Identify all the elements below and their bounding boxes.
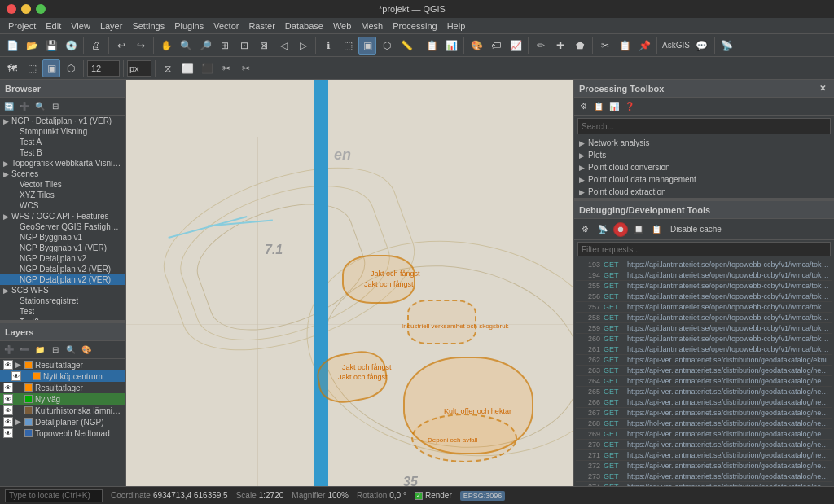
request-item-7[interactable]: 260GEThttps://api.lantmateriet.se/open/t… bbox=[576, 334, 832, 344]
layer-item-5[interactable]: 👁▶Detaljplaner (NGP) bbox=[0, 416, 125, 427]
crs-badge[interactable]: EPSG:3096 bbox=[460, 491, 506, 501]
browser-tree-item-13[interactable]: NGP Detaljplan v2 bbox=[0, 253, 125, 264]
processing-settings-icon[interactable]: ⚙ bbox=[576, 99, 590, 114]
stats-icon[interactable]: 📊 bbox=[442, 37, 460, 55]
request-item-2[interactable]: 255GEThttps://api.lantmateriet.se/open/t… bbox=[576, 281, 832, 291]
paste-icon[interactable]: 📌 bbox=[635, 37, 653, 55]
diagram-icon[interactable]: 📈 bbox=[507, 37, 525, 55]
menu-item-raster[interactable]: Raster bbox=[244, 18, 279, 33]
browser-tree-item-15[interactable]: NGP Detaljplan v2 (VER) bbox=[0, 274, 125, 285]
browser-tree-item-12[interactable]: NGP Byggnab v1 (VER) bbox=[0, 243, 125, 253]
browser-tree-item-17[interactable]: Stationsregistret bbox=[0, 296, 125, 306]
browser-tree-item-8[interactable]: WCS bbox=[0, 200, 125, 211]
map-nav-icon[interactable]: 🗺 bbox=[3, 59, 21, 77]
browser-refresh-icon[interactable]: 🔄 bbox=[2, 99, 16, 114]
browser-tree-item-18[interactable]: Test bbox=[0, 306, 125, 317]
layer-visibility-3[interactable]: 👁 bbox=[3, 394, 13, 404]
render-checkbox[interactable]: ✓ bbox=[415, 492, 423, 500]
request-item-17[interactable]: 270GEThttps://api-ver.lantmateriet.se/di… bbox=[576, 440, 832, 450]
map-zoom-input[interactable]: 12 bbox=[87, 60, 120, 77]
cut-icon[interactable]: ✂ bbox=[596, 37, 614, 55]
layer-visibility-1[interactable]: 👁 bbox=[11, 371, 21, 381]
menu-item-database[interactable]: Database bbox=[280, 18, 328, 33]
close-button[interactable] bbox=[7, 4, 16, 14]
select-feature-icon[interactable]: ⬚ bbox=[23, 59, 41, 77]
menu-item-help[interactable]: Help bbox=[442, 18, 471, 33]
debug-clear-icon[interactable]: 🔲 bbox=[631, 222, 646, 237]
request-item-19[interactable]: 272GEThttps://api-ver.lantmateriet.se/di… bbox=[576, 461, 832, 471]
layer-item-6[interactable]: 👁 Topowebb Nedtonad bbox=[0, 427, 125, 439]
edit-icon[interactable]: ✏ bbox=[532, 37, 550, 55]
menu-item-view[interactable]: View bbox=[66, 18, 95, 33]
pan-select-icon[interactable]: ✂ bbox=[217, 59, 235, 77]
locate-input[interactable] bbox=[5, 489, 103, 502]
layer-theme-icon[interactable]: 🎨 bbox=[79, 343, 94, 357]
debug-filter-input[interactable] bbox=[577, 242, 831, 256]
deselect-icon[interactable]: ⬜ bbox=[178, 59, 196, 77]
zoom-next-icon[interactable]: ▷ bbox=[294, 37, 312, 55]
layer-item-2[interactable]: 👁 Resultatlager bbox=[0, 382, 125, 393]
request-item-18[interactable]: 271GEThttps://api-ver.lantmateriet.se/di… bbox=[576, 450, 832, 461]
request-item-21[interactable]: 274GEThttps://api-ver.lantmateriet.se/di… bbox=[576, 482, 832, 486]
status-locate[interactable] bbox=[5, 489, 103, 502]
request-item-5[interactable]: 258GEThttps://api.lantmateriet.se/open/t… bbox=[576, 313, 832, 323]
layer-item-4[interactable]: 👁 Kulturhistoriska lämningar bbox=[0, 405, 125, 416]
browser-tree-item-5[interactable]: ▶Scenes bbox=[0, 169, 125, 179]
save-project-icon[interactable]: 💾 bbox=[42, 37, 60, 55]
debug-settings-icon[interactable]: ⚙ bbox=[577, 222, 592, 237]
browser-tree-item-1[interactable]: Stompunkt Visning bbox=[0, 126, 125, 137]
label-icon[interactable]: 🏷 bbox=[487, 37, 505, 55]
browser-tree-item-6[interactable]: Vector Tiles bbox=[0, 179, 125, 190]
pan-icon[interactable]: ✋ bbox=[157, 37, 175, 55]
browser-filter-icon[interactable]: 🔍 bbox=[33, 99, 47, 114]
status-crs[interactable]: EPSG:3096 bbox=[460, 491, 506, 501]
layer-group-icon[interactable]: 📁 bbox=[33, 343, 47, 357]
layer-add-icon[interactable]: ➕ bbox=[2, 343, 16, 357]
processing-group-0[interactable]: ▶ Network analysis bbox=[574, 137, 834, 149]
zoom-full-icon[interactable]: ⊞ bbox=[216, 37, 234, 55]
menu-item-processing[interactable]: Processing bbox=[388, 18, 441, 33]
processing-group-3[interactable]: ▶ Point cloud data management bbox=[574, 173, 834, 186]
request-item-1[interactable]: 194GEThttps://api.lantmateriet.se/open/t… bbox=[576, 270, 832, 281]
print-icon[interactable]: 🖨 bbox=[87, 37, 105, 55]
menu-item-web[interactable]: Web bbox=[328, 18, 356, 33]
debug-network-icon[interactable]: 📡 bbox=[595, 222, 610, 237]
zoom-in-icon[interactable]: 🔍 bbox=[177, 37, 195, 55]
request-item-14[interactable]: 267GEThttps://api-ver.lantmateriet.se/di… bbox=[576, 408, 832, 419]
map-area[interactable]: 7.1 35 en Jakt och fångst Jakt och fångs… bbox=[126, 80, 573, 486]
identify-icon[interactable]: ℹ bbox=[319, 37, 337, 55]
browser-tree-item-2[interactable]: Test A bbox=[0, 137, 125, 147]
select-icon[interactable]: ⬚ bbox=[339, 37, 357, 55]
browser-tree-item-14[interactable]: NGP Detaljplan v2 (VER) bbox=[0, 264, 125, 274]
undo-icon[interactable]: ↩ bbox=[112, 37, 130, 55]
layer-filter-icon[interactable]: 🔍 bbox=[64, 343, 78, 357]
browser-add-icon[interactable]: ➕ bbox=[17, 99, 32, 114]
request-item-12[interactable]: 265GEThttps://api-ver.lantmateriet.se/di… bbox=[576, 387, 832, 397]
browser-tree-item-3[interactable]: Test B bbox=[0, 147, 125, 158]
select-poly-tool-icon[interactable]: ⬡ bbox=[62, 59, 80, 77]
zoom-select-icon[interactable]: ⊠ bbox=[255, 37, 273, 55]
processing-close-icon[interactable]: ✕ bbox=[816, 82, 829, 95]
request-item-10[interactable]: 263GEThttps://api-ver.lantmateriet.se/di… bbox=[576, 366, 832, 376]
menu-item-settings[interactable]: Settings bbox=[127, 18, 169, 33]
select-rect-icon[interactable]: ▣ bbox=[358, 37, 376, 55]
browser-tree-item-11[interactable]: NGP Byggnab v1 bbox=[0, 232, 125, 243]
zoom-layer-icon[interactable]: ⊡ bbox=[235, 37, 253, 55]
add-feature-icon[interactable]: ✚ bbox=[551, 37, 569, 55]
request-item-11[interactable]: 264GEThttps://api-ver.lantmateriet.se/di… bbox=[576, 376, 832, 387]
new-project-icon[interactable]: 📄 bbox=[3, 37, 21, 55]
browser-tree-item-7[interactable]: XYZ Tiles bbox=[0, 190, 125, 200]
browser-collapse-icon[interactable]: ⊟ bbox=[48, 99, 63, 114]
layer-visibility-5[interactable]: 👁 bbox=[3, 417, 13, 427]
layer-collapse-icon[interactable]: ⊟ bbox=[48, 343, 63, 357]
style-icon[interactable]: 🎨 bbox=[467, 37, 485, 55]
processing-help-icon[interactable]: ❓ bbox=[622, 99, 637, 114]
map-unit-select[interactable]: px bbox=[127, 60, 151, 77]
processing-search-input[interactable] bbox=[577, 118, 831, 134]
browser-tree-item-10[interactable]: GeoServer QGIS Fastigheter bbox=[0, 221, 125, 232]
layer-visibility-4[interactable]: 👁 bbox=[3, 405, 13, 415]
askgis-icon[interactable]: 💬 bbox=[693, 37, 711, 55]
menu-item-project[interactable]: Project bbox=[3, 18, 41, 33]
maximize-button[interactable] bbox=[36, 4, 46, 14]
menu-item-vector[interactable]: Vector bbox=[208, 18, 244, 33]
